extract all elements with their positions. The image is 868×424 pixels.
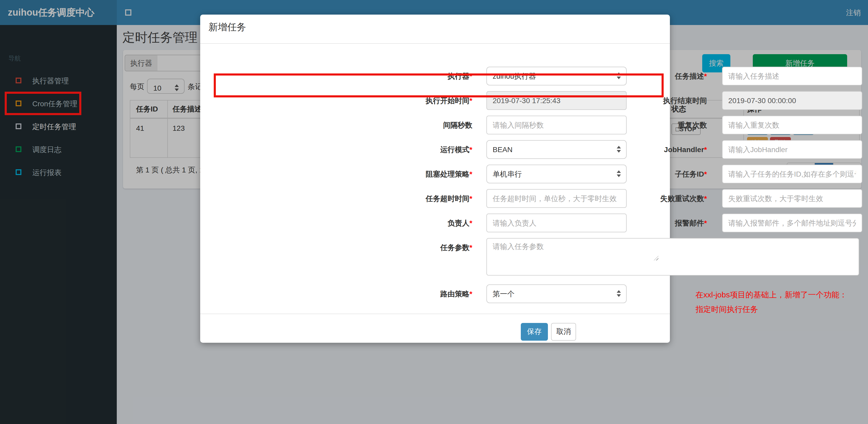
select-value: BEAN	[493, 145, 513, 154]
field-label: 任务超时时间*	[400, 189, 472, 208]
route-strategy-value: 第一个	[493, 290, 515, 298]
field-label: 运行模式*	[400, 140, 472, 159]
field-label: 负责人*	[400, 214, 472, 232]
cancel-button[interactable]: 取消	[551, 323, 576, 341]
field-input-R3[interactable]	[722, 140, 862, 159]
field-readonly-R1[interactable]	[722, 91, 862, 110]
modal-header-divider	[200, 43, 670, 44]
field-label: 失败重试次数*	[633, 189, 707, 208]
field-input-L2[interactable]	[486, 116, 627, 134]
annotation-note: 在xxl-jobs项目的基础上，新增了一个功能： 指定时间执行任务	[695, 288, 868, 317]
task-params-textarea[interactable]	[486, 238, 859, 275]
select-arrows-icon	[617, 290, 621, 297]
select-arrows-icon	[617, 170, 621, 177]
field-label-task-params: 任务参数*	[400, 238, 472, 257]
route-strategy-select[interactable]: 第一个	[486, 284, 627, 303]
field-input-R5[interactable]	[722, 189, 862, 208]
field-input-R2[interactable]	[722, 116, 862, 134]
modal-footer-divider	[200, 314, 670, 314]
field-label: 间隔秒数	[400, 116, 472, 134]
annotation-box-time-row	[214, 73, 664, 97]
annotation-box-sidebar	[5, 92, 81, 115]
field-input-R4[interactable]	[722, 165, 862, 183]
modal-title: 新增任务	[209, 21, 246, 33]
field-label: 重复次数	[633, 116, 707, 134]
save-button[interactable]: 保存	[521, 323, 548, 341]
app-root: zuihou任务调度中心 注销 导航 执行器管理Cron任务管理定时任务管理调度…	[0, 0, 868, 424]
field-input-L5[interactable]	[486, 189, 627, 208]
field-label: 阻塞处理策略*	[400, 165, 472, 183]
field-label: JobHandler*	[633, 140, 707, 159]
field-select-L4[interactable]: 单机串行	[486, 165, 627, 183]
field-label: 报警邮件*	[633, 214, 707, 232]
select-value: 单机串行	[493, 170, 522, 178]
field-input-R6[interactable]	[722, 214, 862, 232]
add-task-modal: 新增任务 执行器*zuihou执行器执行开始时间*间隔秒数运行模式*BEAN阻塞…	[200, 14, 670, 343]
field-input-R0[interactable]	[722, 67, 862, 86]
select-arrows-icon	[617, 146, 621, 153]
field-select-L3[interactable]: BEAN	[486, 140, 627, 159]
field-label: 子任务ID*	[633, 165, 707, 183]
field-label-route-strategy: 路由策略*	[400, 284, 472, 303]
field-input-L6[interactable]	[486, 214, 627, 232]
